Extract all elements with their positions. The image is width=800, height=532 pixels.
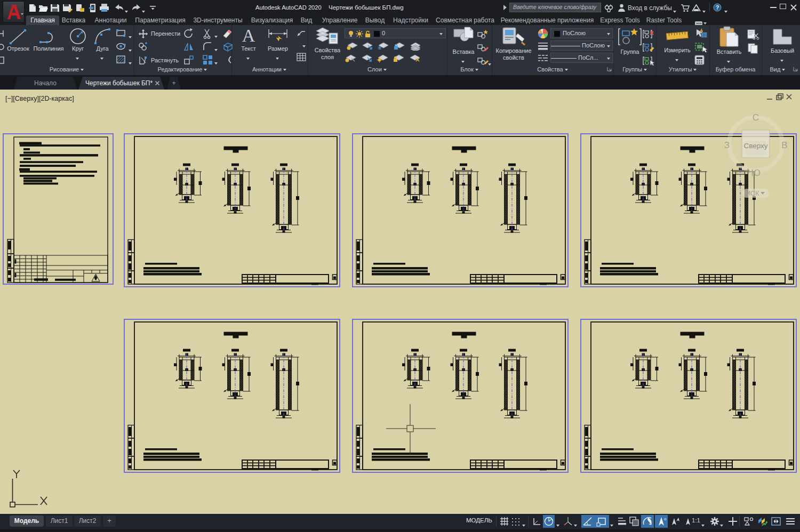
svg-text:С: С: [753, 112, 759, 123]
svg-text:З: З: [724, 140, 730, 150]
svg-text:МСК: МСК: [745, 190, 759, 197]
svg-text:В: В: [781, 140, 787, 150]
svg-text:?: ?: [716, 4, 719, 11]
svg-text:A: A: [242, 27, 255, 44]
svg-text:o: o: [664, 517, 667, 521]
svg-text:[−][Сверху][2D-каркас]: [−][Сверху][2D-каркас]: [5, 95, 74, 102]
svg-text:Сверху: Сверху: [743, 142, 767, 150]
svg-text:Ю: Ю: [751, 168, 760, 178]
